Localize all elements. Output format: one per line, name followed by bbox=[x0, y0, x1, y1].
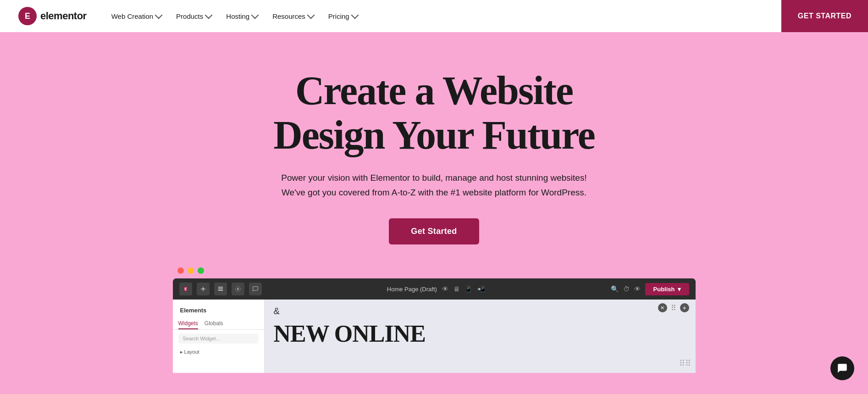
sidebar-tabs: Widgets Globals bbox=[173, 318, 264, 330]
sidebar-title: Elements bbox=[173, 304, 264, 318]
ampersand-text: & bbox=[274, 306, 686, 316]
content-top-bar: ✕ ⠿ + bbox=[658, 303, 689, 312]
chevron-down-icon bbox=[205, 11, 213, 19]
dot-yellow bbox=[188, 267, 194, 274]
browser-mockup: E bbox=[173, 267, 696, 373]
nav-item-products[interactable]: Products bbox=[170, 9, 218, 24]
close-icon[interactable]: ✕ bbox=[658, 303, 667, 312]
chat-button[interactable] bbox=[830, 356, 854, 380]
toolbar-right: 🔍 ⏱ 👁 Publish ▾ bbox=[611, 283, 689, 295]
nav-item-resources[interactable]: Resources bbox=[266, 9, 320, 24]
toolbar-tablet-icon[interactable]: 📱 bbox=[464, 285, 472, 293]
nav-item-hosting[interactable]: Hosting bbox=[220, 9, 264, 24]
nav-item-web-creation[interactable]: Web Creation bbox=[105, 9, 168, 24]
svg-point-5 bbox=[237, 288, 239, 290]
logo-link[interactable]: E elementor bbox=[18, 7, 87, 25]
get-started-nav-button[interactable]: GET STARTED bbox=[781, 0, 868, 32]
content-panel: ✕ ⠿ + & NEW ONLINE ⠿⠿ bbox=[265, 300, 696, 373]
sidebar-layout-section[interactable]: ▸ Layout bbox=[173, 347, 264, 357]
hero-title: Create a Website Design Your Future bbox=[273, 69, 595, 158]
browser-dots bbox=[173, 267, 204, 274]
browser-body: Elements Widgets Globals Search Widget..… bbox=[173, 300, 696, 373]
svg-text:E: E bbox=[184, 287, 187, 291]
nav-item-pricing[interactable]: Pricing bbox=[322, 9, 364, 24]
dot-red bbox=[177, 267, 184, 274]
chevron-down-icon bbox=[155, 11, 163, 19]
toolbar-eye-icon[interactable]: 👁 bbox=[442, 285, 448, 293]
toolbar-preview-icon[interactable]: 👁 bbox=[634, 285, 641, 293]
sidebar-panel: Elements Widgets Globals Search Widget..… bbox=[173, 300, 265, 373]
publish-chevron-icon: ▾ bbox=[678, 286, 681, 293]
toolbar-settings-icon[interactable] bbox=[232, 283, 244, 295]
browser-window: E bbox=[173, 278, 696, 373]
toolbar-page-title: Home Page (Draft) 👁 🖥 📱 📲 bbox=[267, 285, 605, 293]
chevron-down-icon bbox=[307, 11, 315, 19]
toolbar-search-icon[interactable]: 🔍 bbox=[611, 285, 619, 293]
sidebar-tab-widgets[interactable]: Widgets bbox=[178, 318, 198, 329]
drag-handle-icon[interactable]: ⠿ bbox=[671, 304, 676, 312]
sidebar-search[interactable]: Search Widget... bbox=[178, 333, 259, 344]
hero-cta-button[interactable]: Get Started bbox=[389, 218, 479, 244]
toolbar-add-icon[interactable] bbox=[197, 283, 210, 295]
logo-icon: E bbox=[18, 7, 37, 25]
hero-subtitle: Power your vision with Elementor to buil… bbox=[281, 171, 586, 200]
nav-right: LOGIN GET STARTED bbox=[812, 9, 850, 24]
toolbar-elementor-icon[interactable]: E bbox=[179, 283, 192, 295]
nav-links: Web Creation Products Hosting Resources … bbox=[105, 9, 812, 24]
toolbar-comment-icon[interactable] bbox=[249, 283, 262, 295]
toolbar-left-icons: E bbox=[179, 283, 262, 295]
dot-green bbox=[198, 267, 204, 274]
navbar: E elementor Web Creation Products Hostin… bbox=[0, 0, 868, 32]
browser-toolbar: E bbox=[173, 278, 696, 300]
chevron-down-icon bbox=[251, 11, 259, 19]
logo-text: elementor bbox=[40, 10, 87, 22]
sidebar-tab-globals[interactable]: Globals bbox=[205, 318, 223, 329]
add-element-icon[interactable]: + bbox=[680, 303, 689, 312]
toolbar-desktop-icon[interactable]: 🖥 bbox=[453, 285, 460, 293]
chevron-down-icon bbox=[351, 11, 359, 19]
svg-rect-4 bbox=[218, 290, 223, 291]
toolbar-mobile-icon[interactable]: 📲 bbox=[477, 285, 485, 293]
preview-text: NEW ONLINE bbox=[274, 320, 686, 347]
grid-icon: ⠿⠿ bbox=[679, 358, 691, 368]
hero-section: Create a Website Design Your Future Powe… bbox=[0, 32, 868, 394]
toolbar-structure-icon[interactable] bbox=[214, 283, 227, 295]
svg-rect-2 bbox=[218, 287, 223, 288]
toolbar-history-icon[interactable]: ⏱ bbox=[623, 285, 630, 293]
svg-rect-3 bbox=[218, 289, 223, 289]
publish-button[interactable]: Publish ▾ bbox=[645, 283, 689, 295]
